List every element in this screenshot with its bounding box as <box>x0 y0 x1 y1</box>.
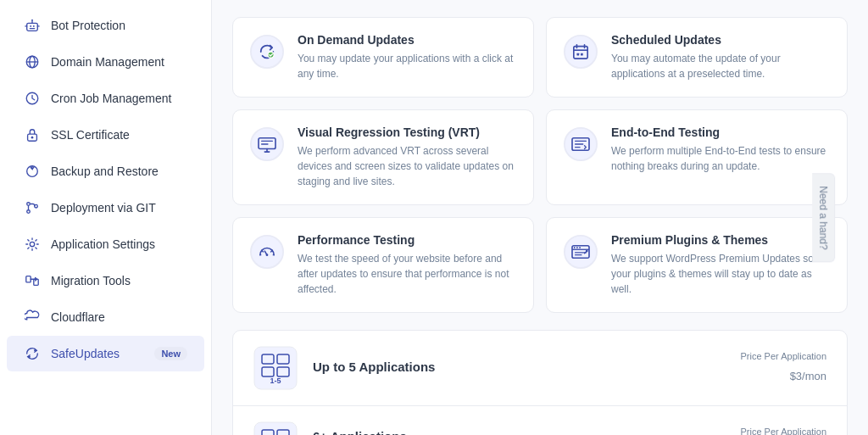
on-demand-icon <box>248 33 286 70</box>
svg-point-32 <box>586 250 588 253</box>
svg-rect-19 <box>576 53 579 56</box>
pricing-info-6plus: 6+ Applications Save an extra $1 when yo… <box>313 429 726 435</box>
pricing-section: 1-5 Up to 5 Applications Price Per Appli… <box>232 330 848 435</box>
svg-point-31 <box>579 247 581 248</box>
pricing-title-6plus: 6+ Applications <box>313 429 726 435</box>
feature-card-scheduled-updates: Scheduled Updates You may automate the u… <box>546 17 848 98</box>
cloud-icon <box>24 309 41 326</box>
svg-rect-0 <box>27 23 38 31</box>
svg-point-9 <box>27 203 31 206</box>
vrt-desc: We perform advanced VRT across several d… <box>298 143 518 189</box>
e2e-icon <box>562 125 599 163</box>
svg-point-29 <box>574 247 576 248</box>
vrt-content: Visual Regression Testing (VRT) We perfo… <box>298 125 518 189</box>
svg-text:1-5: 1-5 <box>270 376 281 385</box>
svg-point-25 <box>251 236 283 268</box>
feature-card-premium: Premium Plugins & Themes We support Word… <box>546 217 848 313</box>
sidebar-item-domain-management[interactable]: Domain Management <box>7 44 204 80</box>
svg-rect-20 <box>581 53 583 56</box>
pricing-row-5apps: 1-5 Up to 5 Applications Price Per Appli… <box>233 331 847 406</box>
sidebar-item-appsettings-label: Application Settings <box>51 237 187 251</box>
need-hand-tab[interactable]: Need a hand? <box>812 173 835 262</box>
performance-title: Performance Testing <box>298 233 518 247</box>
sidebar-item-safe-updates[interactable]: SafeUpdates New <box>7 336 204 371</box>
refresh-icon <box>24 345 41 362</box>
sidebar-item-domain-label: Domain Management <box>51 55 187 69</box>
e2e-desc: We perform multiple End-to-End tests to … <box>611 143 832 174</box>
backup-icon <box>24 163 41 180</box>
git-icon <box>24 199 41 216</box>
sidebar-item-ssl-label: SSL Certificate <box>51 128 187 142</box>
sidebar-item-backup-label: Backup and Restore <box>51 165 187 178</box>
sidebar-item-migration-tools[interactable]: Migration Tools <box>7 263 204 298</box>
vrt-icon <box>248 125 286 163</box>
svg-point-12 <box>30 242 34 246</box>
svg-point-27 <box>565 236 597 268</box>
svg-rect-13 <box>26 276 31 282</box>
scheduled-icon <box>562 33 599 70</box>
sidebar-item-bot-protection[interactable]: Bot Protection <box>7 8 204 43</box>
gear-icon <box>24 236 41 253</box>
sidebar-item-backup-restore[interactable]: Backup and Restore <box>7 153 204 189</box>
clock-icon <box>24 90 41 107</box>
pricing-amount-6plus: Price Per Application $2/mon <box>741 427 827 435</box>
svg-rect-1 <box>30 25 31 27</box>
on-demand-content: On Demand Updates You may update your ap… <box>298 33 518 81</box>
feature-card-e2e: End-to-End Testing We perform multiple E… <box>546 109 848 205</box>
safe-updates-badge: New <box>154 347 187 360</box>
sidebar-item-git-label: Deployment via GIT <box>51 201 187 215</box>
bot-icon <box>24 17 41 34</box>
on-demand-desc: You may update your applications with a … <box>298 51 518 81</box>
apps-1-5-icon: 1-5 <box>253 346 298 390</box>
pricing-title-5apps: Up to 5 Applications <box>313 360 726 374</box>
migration-icon <box>24 272 41 289</box>
svg-point-30 <box>576 247 578 248</box>
globe-icon <box>24 53 41 70</box>
vrt-title: Visual Regression Testing (VRT) <box>298 125 518 139</box>
sidebar-item-ssl-certificate[interactable]: SSL Certificate <box>7 117 204 153</box>
pricing-label-5apps: Price Per Application <box>741 351 827 361</box>
scheduled-title: Scheduled Updates <box>611 33 832 47</box>
sidebar: Bot Protection Domain Management Cron Jo… <box>0 0 212 435</box>
sidebar-item-cloudflare[interactable]: Cloudflare <box>7 299 204 335</box>
scheduled-content: Scheduled Updates You may automate the u… <box>611 33 832 81</box>
feature-card-vrt: Visual Regression Testing (VRT) We perfo… <box>232 109 534 205</box>
svg-rect-2 <box>33 25 35 27</box>
premium-title: Premium Plugins & Themes <box>611 233 832 247</box>
svg-point-3 <box>31 20 33 21</box>
pricing-row-6plus: 6 6+ Applications Save an extra $1 when … <box>233 406 847 435</box>
main-content: On Demand Updates You may update your ap… <box>212 0 868 435</box>
svg-point-17 <box>565 36 597 68</box>
svg-point-8 <box>31 137 34 139</box>
premium-icon <box>562 233 599 270</box>
sidebar-item-application-settings[interactable]: Application Settings <box>7 226 204 262</box>
performance-content: Performance Testing We test the speed of… <box>298 233 518 297</box>
sidebar-item-cloudflare-label: Cloudflare <box>51 310 187 324</box>
sidebar-item-safe-updates-label: SafeUpdates <box>51 347 144 360</box>
premium-content: Premium Plugins & Themes We support Word… <box>611 233 832 297</box>
pricing-label-6plus: Price Per Application <box>741 427 827 435</box>
feature-card-performance: Performance Testing We test the speed of… <box>232 217 534 313</box>
lock-icon <box>24 126 41 143</box>
scheduled-desc: You may automate the update of your appl… <box>611 51 832 81</box>
premium-desc: We support WordPress Premium Updates so … <box>611 251 832 297</box>
svg-rect-39 <box>254 422 297 435</box>
sidebar-item-migration-label: Migration Tools <box>51 274 187 287</box>
sidebar-item-cron-job[interactable]: Cron Job Management <box>7 81 204 116</box>
sidebar-item-cron-label: Cron Job Management <box>51 92 187 105</box>
pricing-info-5apps: Up to 5 Applications <box>313 360 726 376</box>
performance-icon <box>248 233 286 270</box>
performance-desc: We test the speed of your website before… <box>298 251 518 297</box>
sidebar-item-bot-protection-label: Bot Protection <box>51 19 187 32</box>
feature-card-on-demand-updates: On Demand Updates You may update your ap… <box>232 17 534 98</box>
pricing-amount-5apps: Price Per Application $3/mon <box>741 351 827 385</box>
e2e-content: End-to-End Testing We perform multiple E… <box>611 125 832 174</box>
svg-point-15 <box>251 36 283 68</box>
features-grid: On Demand Updates You may update your ap… <box>232 17 848 313</box>
e2e-title: End-to-End Testing <box>611 125 832 139</box>
apps-6plus-icon: 6 <box>253 421 298 435</box>
pricing-price-5apps: $3/mon <box>741 363 827 385</box>
svg-point-26 <box>266 254 269 256</box>
svg-point-10 <box>27 210 31 214</box>
sidebar-item-deployment-git[interactable]: Deployment via GIT <box>7 190 204 226</box>
